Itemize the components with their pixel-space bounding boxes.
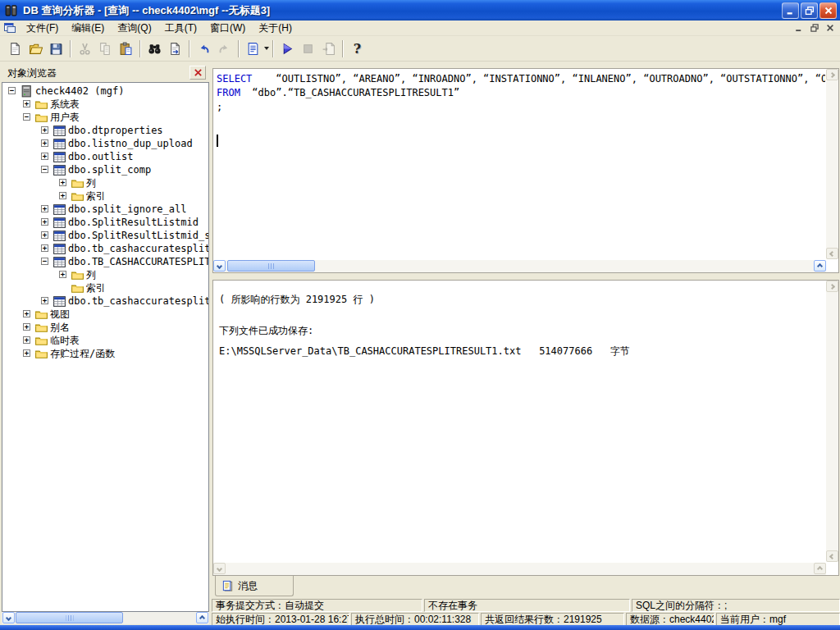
tree-node-label[interactable]: dbo.split_ignore_all [68, 203, 187, 215]
menu-item-file[interactable]: 文件(F) [20, 21, 65, 34]
mdi-minimize-button[interactable] [792, 22, 806, 34]
tree-node-label[interactable]: dbo.tb_cashaccuratesplitresu [68, 295, 208, 307]
editor-hscrollbar[interactable] [213, 260, 826, 272]
close-button[interactable] [819, 2, 837, 19]
scroll-left-button[interactable] [213, 563, 226, 574]
tree-node-label[interactable]: dbo.TB_CASHACCURATESPLITRESU [68, 256, 208, 267]
collapse-icon[interactable]: − [8, 87, 16, 94]
scroll-up-button[interactable] [826, 69, 838, 80]
expand-icon[interactable]: + [23, 336, 30, 344]
expand-icon[interactable]: + [59, 179, 66, 186]
expand-icon[interactable]: + [41, 126, 48, 134]
expand-icon[interactable]: + [23, 310, 30, 317]
scroll-down-button[interactable] [826, 248, 838, 259]
scroll-right-button[interactable] [814, 563, 826, 574]
help-button[interactable]: ? [347, 39, 368, 58]
copy-button[interactable] [95, 39, 116, 58]
open-file-button[interactable] [25, 39, 46, 58]
scroll-right-button[interactable] [814, 260, 826, 272]
tree-node[interactable]: +dbo.outlist [2, 150, 208, 163]
tree-node[interactable]: +别名 [2, 321, 208, 334]
expand-icon[interactable]: + [41, 231, 48, 239]
expand-icon[interactable]: + [41, 244, 48, 252]
expand-icon[interactable]: + [41, 153, 48, 160]
tree-node[interactable]: +dbo.SplitResultListmid [2, 216, 208, 229]
tree-node[interactable]: +存贮过程/函数 [2, 347, 208, 360]
tree-node[interactable]: +视图 [2, 308, 208, 321]
scroll-thumb[interactable] [227, 260, 315, 272]
tree-node-label[interactable]: 存贮过程/函数 [50, 348, 115, 359]
expand-icon[interactable]: + [41, 139, 48, 147]
expand-icon[interactable]: + [41, 297, 48, 304]
tree-node-label[interactable]: dbo.split_comp [68, 164, 151, 176]
output-mode-dropdown-icon[interactable] [264, 47, 269, 50]
menu-item-about[interactable]: 关于(H) [252, 21, 299, 34]
scroll-up-button[interactable] [826, 281, 838, 292]
tree-node-label[interactable]: 列 [86, 269, 96, 281]
export-results-button[interactable] [318, 39, 339, 58]
undo-button[interactable] [194, 39, 214, 58]
tree-node[interactable]: −用户表 [2, 111, 208, 124]
object-browser-close-button[interactable] [189, 66, 206, 80]
tree-node-label[interactable]: dbo.tb_cashaccuratesplitresu [68, 243, 208, 254]
execute-button[interactable] [277, 39, 298, 58]
expand-icon[interactable]: + [41, 205, 48, 212]
tree-node[interactable]: +dbo.tb_cashaccuratesplitresu [2, 242, 208, 255]
tree-node-label[interactable]: dbo.outlist [68, 151, 133, 162]
menu-item-edit[interactable]: 编辑(E) [65, 21, 111, 34]
tree-node-label[interactable]: 视图 [50, 308, 70, 320]
find-button[interactable] [144, 39, 165, 58]
expand-icon[interactable]: + [59, 271, 66, 278]
tree-node-label[interactable]: 系统表 [50, 98, 80, 110]
editor-vscrollbar[interactable] [826, 69, 838, 259]
output-mode-button[interactable] [243, 39, 263, 58]
save-button[interactable] [46, 39, 66, 58]
tree-node[interactable]: −check4402 (mgf) [2, 84, 208, 98]
scroll-left-button[interactable] [213, 260, 226, 272]
expand-icon[interactable]: + [23, 323, 30, 331]
scroll-right-button[interactable] [196, 612, 208, 623]
tree-node-label[interactable]: 索引 [86, 282, 106, 294]
messages-hscrollbar[interactable] [213, 563, 826, 575]
tree-node[interactable]: +dbo.split_ignore_all [2, 203, 208, 216]
expand-icon[interactable]: + [23, 100, 30, 107]
scroll-thumb[interactable] [16, 612, 123, 623]
paste-button[interactable] [116, 39, 136, 58]
expand-icon[interactable]: + [41, 218, 48, 226]
tree-node[interactable]: +dbo.tb_cashaccuratesplitresu [2, 294, 208, 308]
mdi-restore-button[interactable] [808, 22, 821, 34]
maximize-button[interactable] [801, 2, 818, 19]
collapse-icon[interactable]: − [41, 166, 48, 173]
mdi-close-button[interactable] [824, 22, 837, 34]
tree-node-label[interactable]: dbo.SplitResultListmid_stat [68, 230, 208, 241]
messages-panel[interactable]: ( 所影响的行数为 2191925 行 )下列文件已成功保存:E:\MSSQLS… [212, 280, 839, 576]
stop-button[interactable] [298, 39, 318, 58]
messages-vscrollbar[interactable] [826, 281, 838, 562]
tree-node[interactable]: +dbo.SplitResultListmid_stat [2, 229, 208, 242]
tree-node-label[interactable]: dbo.listno_dup_upload [68, 138, 193, 149]
sql-text[interactable]: SELECT “OUTLISTNO”, “AREANO”, “INROADNO”… [213, 69, 825, 259]
tree-node-label[interactable]: 用户表 [50, 112, 80, 123]
tree-node[interactable]: +列 [2, 176, 208, 189]
tab-messages[interactable]: 消息 [215, 576, 294, 596]
replace-button[interactable] [165, 39, 185, 58]
tree-node-label[interactable]: 列 [86, 177, 96, 189]
minimize-button[interactable] [782, 2, 799, 19]
tree-node[interactable]: +系统表 [2, 98, 208, 111]
menu-item-query[interactable]: 查询(Q) [111, 21, 158, 34]
expand-icon[interactable]: + [23, 349, 30, 357]
tree-node[interactable]: +dbo.listno_dup_upload [2, 137, 208, 150]
cut-button[interactable] [75, 39, 95, 58]
tree-node[interactable]: +列 [2, 268, 208, 281]
tree-node[interactable]: −dbo.split_comp [2, 163, 208, 176]
tree-node-label[interactable]: check4402 (mgf) [35, 85, 124, 97]
tree-node[interactable]: +索引 [2, 189, 208, 203]
collapse-icon[interactable]: − [41, 258, 48, 265]
menu-item-tools[interactable]: 工具(T) [158, 21, 203, 34]
tree-node[interactable]: 索引 [2, 281, 208, 294]
scroll-left-button[interactable] [2, 612, 15, 623]
expand-icon[interactable]: + [59, 192, 66, 199]
menu-item-window[interactable]: 窗口(W) [203, 21, 252, 34]
collapse-icon[interactable]: − [23, 113, 30, 121]
tree-node[interactable]: +临时表 [2, 334, 208, 347]
